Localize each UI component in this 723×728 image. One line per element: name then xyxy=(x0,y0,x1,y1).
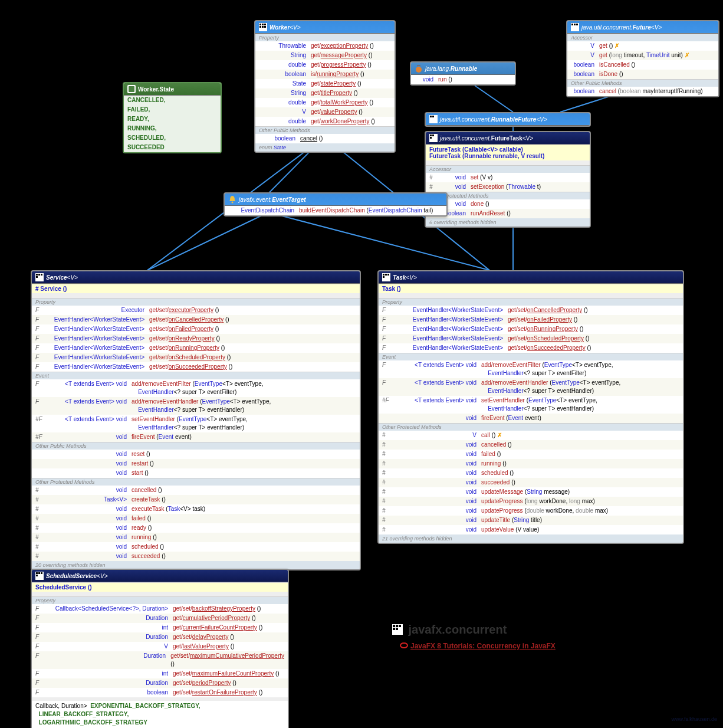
svg-rect-44 xyxy=(38,572,40,574)
future-generic: <V> xyxy=(651,24,662,31)
worker-state-items: CANCELLED,FAILED,READY,RUNNING,SCHEDULED… xyxy=(124,96,221,152)
section-other: Other Public Methods xyxy=(32,442,360,450)
svg-rect-28 xyxy=(430,135,432,136)
futuretask-box: java.util.concurrent.FutureTask<V> Futur… xyxy=(425,131,591,228)
rf-pkg: java.util.concurrent. xyxy=(440,116,491,123)
worker-title: Worker xyxy=(270,24,290,31)
svc-prots: #voidcancelled ()#Task<V>createTask ()#v… xyxy=(32,486,360,561)
eventtarget-header: javafx.event.EventTarget xyxy=(225,194,446,206)
bell-icon xyxy=(228,195,236,204)
svg-point-31 xyxy=(232,202,234,204)
task-events: F<T extends Event> voidadd/removeEventFi… xyxy=(379,360,683,423)
svg-rect-49 xyxy=(396,625,398,627)
future-rows: Vget () ✗Vget (long timeout, TimeUnit un… xyxy=(567,41,718,79)
svg-rect-16 xyxy=(259,26,261,28)
runnablefuture-header: java.util.concurrent.RunnableFuture<V> xyxy=(426,113,590,126)
svg-rect-41 xyxy=(383,276,384,278)
svg-rect-30 xyxy=(430,137,432,139)
svg-rect-15 xyxy=(264,24,266,25)
scheduledservice-box: ScheduledService<V> ScheduledService () … xyxy=(31,569,289,728)
rf-title: RunnableFuture xyxy=(491,116,537,123)
future-pkg: java.util.concurrent. xyxy=(581,24,633,31)
svg-rect-18 xyxy=(264,26,266,28)
svc-foot: 20 overriding methods hidden xyxy=(32,561,360,569)
task-header: Task<V> xyxy=(379,271,683,284)
et-title: EventTarget xyxy=(272,196,305,203)
et-pkg: javafx.event. xyxy=(239,196,272,203)
ft-constr: FutureTask (Callable<V> callable)FutureT… xyxy=(426,145,590,160)
interface-icon xyxy=(571,23,579,31)
worker-state-title: Worker.State xyxy=(138,86,174,93)
tutorial-link[interactable]: JavaFX 8 Tutorials: Concurrency in JavaF… xyxy=(400,642,556,650)
section-prop: Property xyxy=(379,298,683,306)
runnable-box: java.lang.Runnable voidrun () xyxy=(410,61,516,86)
rf-generic: <V> xyxy=(536,116,547,123)
futuretask-header: java.util.concurrent.FutureTask<V> xyxy=(426,132,590,145)
worker-box: Worker<V> Property Throwableget/exceptio… xyxy=(254,20,396,153)
section-prot: Other Protected Methods xyxy=(426,192,590,199)
task-foot: 21 overriding methods hidden xyxy=(379,534,683,543)
ft-foot: 6 overriding methods hidden xyxy=(426,218,590,227)
svg-rect-11 xyxy=(129,86,134,92)
task-generic: <V> xyxy=(406,274,416,281)
ss-props: FCallback<ScheduledService<?>, Duration>… xyxy=(32,604,288,697)
svg-rect-22 xyxy=(574,24,576,25)
svg-line-3 xyxy=(147,212,268,270)
svc-others: voidreset ()voidrestart ()voidstart () xyxy=(32,450,360,478)
class-icon xyxy=(35,273,44,281)
service-box: Service<V> # Service () Property FExecut… xyxy=(31,270,361,570)
service-title: Service xyxy=(46,274,67,281)
section-other: Other Public Methods xyxy=(567,79,718,87)
task-title: Task xyxy=(393,274,406,281)
svg-rect-43 xyxy=(36,572,38,574)
future-rows2: booleancancel (boolean mayInterruptIfRun… xyxy=(567,87,718,96)
runnablefuture-box: java.util.concurrent.RunnableFuture<V> xyxy=(425,112,591,127)
section-event: Event xyxy=(379,353,683,360)
worker-foot: enum State xyxy=(255,143,395,152)
ft-generic: <V> xyxy=(522,135,533,142)
svc-constr: # Service () xyxy=(32,284,360,293)
runnable-row: voidrun () xyxy=(411,75,515,84)
svg-rect-38 xyxy=(383,274,384,276)
service-header: Service<V> xyxy=(32,271,360,284)
section-prop: Property xyxy=(32,596,288,604)
svg-rect-39 xyxy=(385,274,387,276)
class-icon xyxy=(382,273,390,281)
interface-icon xyxy=(429,115,438,123)
class-icon xyxy=(35,572,44,580)
ss-constr: ScheduledService () xyxy=(32,582,288,592)
section-other: Other Public Methods xyxy=(255,126,395,134)
svg-rect-46 xyxy=(36,575,38,576)
svc-props: FExecutorget/set/executorProperty ()FEve… xyxy=(32,306,360,372)
runnable-header: java.lang.Runnable xyxy=(411,63,515,75)
service-generic: <V> xyxy=(67,274,78,281)
watermark: www.falkhausen.de xyxy=(671,716,717,722)
eventtarget-box: javafx.event.EventTarget EventDispatchCh… xyxy=(224,192,448,217)
svg-rect-40 xyxy=(387,274,389,276)
svg-rect-51 xyxy=(393,628,395,630)
svg-rect-21 xyxy=(571,24,573,25)
section-accessor: Accessor xyxy=(567,34,718,41)
enum-icon xyxy=(127,85,136,93)
ft-pkg: java.util.concurrent. xyxy=(440,135,491,142)
worker-header: Worker<V> xyxy=(255,21,395,34)
ft-rows2: #voiddone ()#booleanrunAndReset () xyxy=(426,199,590,218)
svg-rect-17 xyxy=(262,26,264,28)
svg-rect-36 xyxy=(36,276,38,278)
svg-rect-26 xyxy=(432,116,434,117)
runnable-title: Runnable xyxy=(451,65,478,72)
svg-line-5 xyxy=(475,86,513,112)
svg-rect-33 xyxy=(36,274,38,276)
svg-rect-52 xyxy=(396,628,398,630)
ss-title: ScheduledService xyxy=(46,573,97,579)
task-props: FEventHandler<WorkerStateEvent>get/set/o… xyxy=(379,306,683,353)
future-box: java.util.concurrent.Future<V> Accessor … xyxy=(566,20,719,97)
class-icon xyxy=(429,134,438,142)
runnable-pkg: java.lang. xyxy=(425,65,451,72)
pkg-icon xyxy=(392,624,403,635)
ss-header: ScheduledService<V> xyxy=(32,570,288,582)
task-prots: #Vcall () ✗#voidcancelled ()#voidfailed … xyxy=(379,431,683,534)
svg-rect-34 xyxy=(38,274,40,276)
section-accessor: Accessor xyxy=(426,165,590,173)
future-title: Future xyxy=(633,24,651,31)
